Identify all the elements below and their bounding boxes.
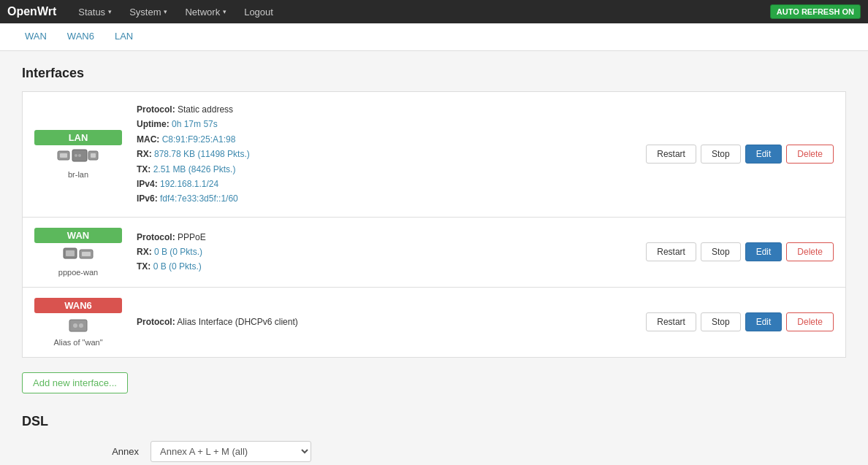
nav-label-system: System (129, 7, 161, 18)
svg-point-4 (78, 154, 81, 157)
iface-badge-lan: LAN (34, 130, 122, 145)
lan-stop-button[interactable]: Stop (701, 145, 741, 164)
annex-select[interactable]: Annex A + L + M (all) Annex B Annex C An… (151, 441, 311, 462)
svg-point-13 (79, 323, 83, 328)
nav-item-status[interactable]: Status ▾ (71, 2, 119, 22)
nav-label-logout: Logout (244, 7, 273, 18)
chevron-down-icon: ▾ (108, 8, 112, 15)
iface-actions-lan: Restart Stop Edit Delete (646, 145, 834, 164)
navbar: OpenWrt Status ▾ System ▾ Network ▾ Logo… (0, 0, 868, 23)
nav-item-logout[interactable]: Logout (237, 2, 281, 22)
dsl-section: DSL Annex Annex A + L + M (all) Annex B … (22, 414, 846, 465)
auto-refresh-badge[interactable]: AUTO REFRESH ON (770, 4, 861, 19)
iface-actions-wan6: Restart Stop Edit Delete (646, 312, 834, 331)
interface-row-wan6: WAN6 Alias of "wan" Protocol: Alias Inte… (23, 288, 845, 357)
tab-wan[interactable]: WAN (15, 23, 57, 50)
nav-item-system[interactable]: System ▾ (122, 2, 175, 22)
nav-item-network[interactable]: Network ▾ (178, 2, 234, 22)
wan6-stop-button[interactable]: Stop (701, 312, 741, 331)
wan-restart-button[interactable]: Restart (646, 242, 696, 261)
iface-subtitle-wan6: Alias of "wan" (53, 338, 102, 347)
iface-info-lan: Protocol: Static address Uptime: 0h 17m … (137, 102, 631, 207)
iface-badge-wan6: WAN6 (34, 298, 122, 313)
nav-label-status: Status (78, 7, 105, 18)
interfaces-title: Interfaces (22, 66, 846, 81)
iface-badge-wrap-wan6: WAN6 Alias of "wan" (34, 298, 122, 347)
dsl-title: DSL (22, 414, 846, 429)
brand: OpenWrt (7, 5, 56, 18)
tab-lan[interactable]: LAN (104, 23, 143, 50)
svg-rect-11 (69, 320, 87, 331)
nav-label-network: Network (185, 7, 220, 18)
interface-row-lan: LAN br-lan Protocol: Static address (23, 92, 845, 218)
svg-rect-6 (91, 153, 96, 158)
wan-edit-button[interactable]: Edit (745, 242, 783, 261)
iface-icon-wan (56, 246, 100, 266)
svg-rect-1 (60, 153, 67, 158)
iface-subtitle-wan: pppoe-wan (58, 268, 98, 277)
interface-row-wan: WAN pppoe-wan Protocol: PPPoE RX: 0 B (0… (23, 218, 845, 288)
tabs-bar: WAN WAN6 LAN (0, 23, 868, 51)
nav-menu: Status ▾ System ▾ Network ▾ Logout (71, 2, 770, 22)
iface-actions-wan: Restart Stop Edit Delete (646, 242, 834, 261)
svg-rect-10 (82, 252, 91, 256)
svg-rect-8 (66, 250, 75, 256)
lan-restart-button[interactable]: Restart (646, 145, 696, 164)
main-content: Interfaces LAN br-lan (0, 51, 868, 465)
iface-subtitle-lan: br-lan (68, 170, 88, 179)
network-device-icon-wan6 (56, 316, 100, 337)
lan-edit-button[interactable]: Edit (745, 145, 783, 164)
iface-icon-lan (56, 148, 100, 169)
chevron-down-icon: ▾ (223, 8, 226, 15)
wan6-restart-button[interactable]: Restart (646, 312, 696, 331)
svg-point-12 (73, 323, 77, 328)
interfaces-container: LAN br-lan Protocol: Static address (22, 91, 846, 358)
iface-icon-wan6 (56, 316, 100, 337)
chevron-down-icon: ▾ (164, 8, 167, 15)
network-device-icon-wan (56, 246, 100, 266)
annex-row: Annex Annex A + L + M (all) Annex B Anne… (22, 441, 846, 462)
iface-badge-wan: WAN (34, 228, 122, 243)
lan-delete-button[interactable]: Delete (786, 145, 834, 164)
wan-delete-button[interactable]: Delete (786, 242, 834, 261)
wan-stop-button[interactable]: Stop (701, 242, 741, 261)
network-device-icon (56, 148, 100, 169)
brand-text: OpenWrt (7, 5, 56, 18)
add-interface-button[interactable]: Add new interface... (22, 372, 128, 393)
tab-wan6[interactable]: WAN6 (57, 23, 104, 50)
iface-badge-wrap-wan: WAN pppoe-wan (34, 228, 122, 277)
svg-point-3 (75, 154, 77, 157)
iface-badge-wrap-lan: LAN br-lan (34, 130, 122, 179)
iface-info-wan: Protocol: PPPoE RX: 0 B (0 Pkts.) TX: 0 … (137, 230, 631, 274)
iface-info-wan6: Protocol: Alias Interface (DHCPv6 client… (137, 315, 631, 329)
wan6-edit-button[interactable]: Edit (745, 312, 783, 331)
wan6-delete-button[interactable]: Delete (786, 312, 834, 331)
annex-label: Annex (66, 446, 139, 457)
